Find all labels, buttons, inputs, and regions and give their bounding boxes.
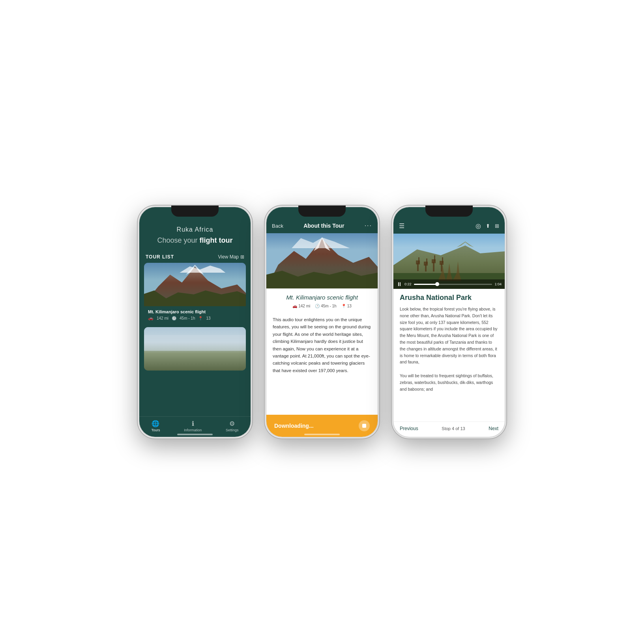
signal-icon[interactable]: ◎ bbox=[476, 222, 481, 230]
view-map-label: View Map bbox=[218, 254, 239, 260]
distance-value: 142 mi bbox=[157, 316, 168, 320]
phone-1-screen: Ruka Africa Choose your flight tour TOUR… bbox=[139, 207, 251, 437]
share-icon[interactable]: ⬆ bbox=[486, 223, 490, 229]
clock-icon: 🕐 bbox=[172, 316, 176, 320]
menu-button[interactable]: ☰ bbox=[399, 222, 404, 230]
phone-3-screen: ☰ ◎ ⬆ ⊞ bbox=[393, 207, 505, 437]
play-controls: ⏸ 0:22 1:04 bbox=[393, 279, 505, 289]
svg-rect-5 bbox=[144, 335, 246, 351]
current-time: 0:22 bbox=[404, 282, 412, 286]
stop-download-icon bbox=[362, 424, 366, 428]
svg-rect-16 bbox=[418, 257, 419, 263]
more-button[interactable]: ··· bbox=[365, 222, 372, 229]
stop-download-button[interactable] bbox=[359, 420, 370, 431]
pause-button[interactable]: ⏸ bbox=[397, 281, 402, 287]
phone-3-content: ☰ ◎ ⬆ ⊞ bbox=[393, 207, 505, 437]
progress-thumb[interactable] bbox=[435, 282, 439, 286]
kili-svg bbox=[144, 263, 246, 306]
tour-description: This audio tour enlightens you on the un… bbox=[266, 311, 378, 415]
settings-icon: ⚙ bbox=[229, 420, 235, 427]
tour-kili-meta: 142 mi 🕐 45m - 1h 📍 13 bbox=[148, 316, 242, 321]
view-map-button[interactable]: View Map ⊞ bbox=[218, 254, 244, 260]
phone-3-topbar: ☰ ◎ ⬆ ⊞ bbox=[393, 220, 505, 234]
tour-cards: Mt. Kilimanjaro scenic flight 142 mi 🕐 4… bbox=[139, 263, 251, 416]
tab-settings-label: Settings bbox=[226, 428, 239, 432]
tour-kili-info: Mt. Kilimanjaro scenic flight 142 mi 🕐 4… bbox=[144, 306, 246, 324]
tab-tours[interactable]: 🌐 Tours bbox=[151, 420, 160, 432]
app-name: Ruka Africa bbox=[147, 226, 243, 233]
park-description-1: Look below, the tropical forest you're f… bbox=[400, 306, 498, 365]
tour-list-bar: TOUR LIST View Map ⊞ bbox=[139, 248, 251, 263]
phone-2: Back About this Tour ··· bbox=[265, 206, 379, 438]
stops-meta: 📍 13 bbox=[341, 304, 352, 308]
tour-header: Mt. Kilimanjaro scenic flight 🚗 142 mi 🕐… bbox=[266, 288, 378, 311]
tab-tours-label: Tours bbox=[151, 428, 160, 432]
svg-rect-20 bbox=[433, 262, 434, 271]
phone-3-main-content: Arusha National Park Look below, the tro… bbox=[393, 289, 505, 421]
tagline-bold: flight tour bbox=[200, 236, 233, 244]
home-indicator-3 bbox=[431, 434, 467, 435]
stop-indicator: Stop 4 of 13 bbox=[442, 426, 465, 431]
car-icon-glyph bbox=[148, 316, 154, 321]
main-scene: Ruka Africa Choose your flight tour TOUR… bbox=[122, 182, 522, 462]
previous-button[interactable]: Previous bbox=[400, 426, 418, 431]
clock-meta: 🕐 45m - 1h bbox=[315, 304, 336, 308]
phone-3: ☰ ◎ ⬆ ⊞ bbox=[392, 206, 506, 438]
notch-space-3 bbox=[393, 207, 505, 220]
tour-card-kilimanjaro[interactable]: Mt. Kilimanjaro scenic flight 142 mi 🕐 4… bbox=[144, 263, 246, 324]
tour-kili-name: Mt. Kilimanjaro scenic flight bbox=[148, 309, 242, 314]
home-indicator-2 bbox=[304, 434, 340, 435]
total-time: 1:04 bbox=[494, 282, 502, 286]
action-icons: ◎ ⬆ ⊞ bbox=[476, 222, 499, 230]
phone-1: Ruka Africa Choose your flight tour TOUR… bbox=[138, 206, 252, 438]
tab-information[interactable]: ℹ Information bbox=[184, 420, 202, 432]
back-button[interactable]: Back bbox=[272, 223, 283, 229]
tagline: Choose your flight tour bbox=[147, 236, 243, 245]
nav-title: About this Tour bbox=[303, 223, 344, 229]
description-text: This audio tour enlightens you on the un… bbox=[273, 317, 371, 373]
phone-2-content: Back About this Tour ··· bbox=[266, 207, 378, 437]
home-indicator bbox=[177, 434, 213, 435]
tab-info-label: Information bbox=[184, 428, 202, 432]
map-view-icon[interactable]: ⊞ bbox=[495, 223, 499, 229]
aerial-svg bbox=[144, 327, 246, 371]
svg-rect-22 bbox=[434, 255, 435, 262]
stops-value: 13 bbox=[206, 316, 210, 320]
tour-hero-image bbox=[266, 233, 378, 288]
tab-settings[interactable]: ⚙ Settings bbox=[226, 420, 239, 432]
menu-icon: ☰ bbox=[399, 222, 404, 230]
tour-kili-image bbox=[144, 263, 246, 306]
notch-space bbox=[139, 207, 251, 220]
tour-name: Mt. Kilimanjaro scenic flight bbox=[273, 294, 371, 301]
progress-fill bbox=[414, 284, 438, 285]
progress-track[interactable] bbox=[414, 284, 492, 285]
next-button[interactable]: Next bbox=[489, 426, 498, 431]
park-description-2: You will be treated to frequent sighting… bbox=[400, 373, 498, 392]
hero-svg bbox=[266, 233, 378, 288]
park-title: Arusha National Park bbox=[400, 294, 498, 302]
tagline-prefix: Choose your bbox=[157, 236, 199, 244]
download-label: Downloading... bbox=[274, 423, 314, 429]
tour-meta: 🚗 142 mi 🕐 45m - 1h 📍 13 bbox=[273, 304, 371, 308]
tour-aerial-image bbox=[144, 327, 246, 371]
video-area: ⏸ 0:22 1:04 bbox=[393, 234, 505, 289]
phone-2-nav: Back About this Tour ··· bbox=[266, 220, 378, 233]
car-meta: 🚗 142 mi bbox=[292, 304, 310, 308]
notch-space-2 bbox=[266, 207, 378, 220]
phone-1-content: Ruka Africa Choose your flight tour TOUR… bbox=[139, 207, 251, 437]
tour-list-label: TOUR LIST bbox=[146, 254, 174, 260]
stop-icon: 📍 bbox=[198, 316, 203, 320]
phone-1-header: Ruka Africa Choose your flight tour bbox=[139, 220, 251, 248]
info-icon: ℹ bbox=[192, 420, 194, 427]
car-icon bbox=[148, 316, 154, 321]
duration-value: 45m - 1h bbox=[180, 316, 195, 320]
svg-rect-25 bbox=[442, 257, 443, 263]
svg-rect-19 bbox=[426, 258, 427, 264]
tour-card-aerial[interactable] bbox=[144, 327, 246, 371]
map-icon: ⊞ bbox=[240, 254, 244, 260]
phone-2-screen: Back About this Tour ··· bbox=[266, 207, 378, 437]
tours-icon: 🌐 bbox=[152, 420, 159, 427]
